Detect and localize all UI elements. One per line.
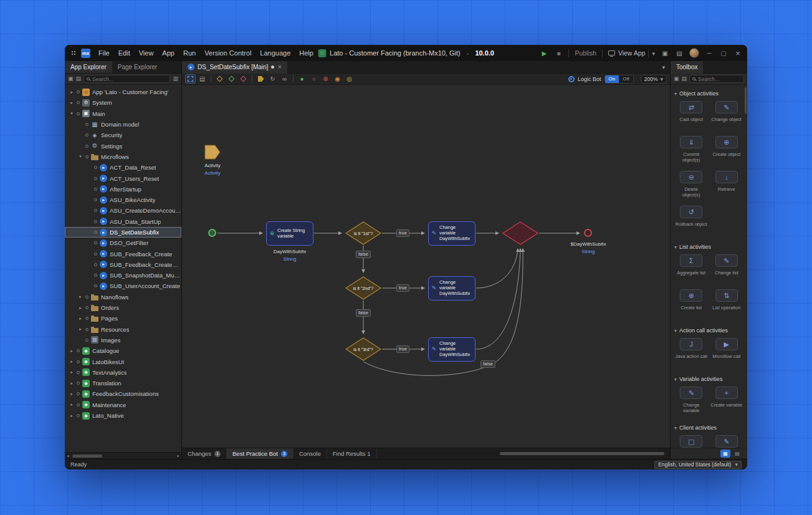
filter-icon[interactable] bbox=[173, 76, 178, 82]
loop-tool-icon[interactable]: ↻ bbox=[267, 74, 278, 84]
end-event-tool-icon[interactable]: ○ bbox=[308, 74, 319, 84]
toggle-on[interactable]: On bbox=[605, 75, 619, 83]
list-view-button[interactable] bbox=[732, 450, 742, 458]
zoom-select[interactable]: 200% bbox=[641, 75, 667, 84]
menu-item[interactable]: Run bbox=[179, 45, 200, 61]
chevron-icon[interactable] bbox=[78, 327, 83, 332]
scroll-left-icon[interactable] bbox=[65, 453, 71, 460]
microflow-canvas[interactable]: Activity Activity Create String variable… bbox=[182, 85, 670, 448]
merge-tool-icon[interactable] bbox=[226, 74, 237, 84]
tree-item[interactable]: Orders bbox=[65, 302, 181, 313]
tree-item[interactable]: Maintenance bbox=[65, 400, 181, 410]
aggregate-list-icon[interactable]: Σ Aggregate list bbox=[674, 254, 709, 287]
tree-item[interactable]: ASU_Data_StartUp bbox=[65, 216, 181, 227]
menu-item[interactable]: Language bbox=[256, 45, 295, 61]
start-event[interactable] bbox=[208, 229, 216, 237]
menu-item[interactable]: Edit bbox=[114, 45, 135, 61]
section-list-activities[interactable]: List activities bbox=[674, 242, 743, 251]
edge-label-true[interactable]: true bbox=[396, 229, 409, 237]
close-tab-icon[interactable] bbox=[277, 64, 281, 70]
client-activity-icon-2[interactable]: ✎ bbox=[710, 435, 744, 448]
decision-1[interactable]: is it "1st"? bbox=[345, 221, 381, 245]
tree-item[interactable]: SUB_Feedback_CreateSingle bbox=[65, 259, 181, 270]
section-variable-activities[interactable]: Variable activities bbox=[674, 374, 743, 383]
tree-item[interactable]: Nanoflows bbox=[65, 292, 181, 302]
dock-icon[interactable] bbox=[674, 76, 679, 82]
scroll-thumb[interactable] bbox=[72, 455, 102, 458]
decision-2[interactable]: is it "2nd"? bbox=[345, 276, 381, 300]
list-operation-icon[interactable]: ⇅ List operation bbox=[710, 289, 744, 322]
chevron-icon[interactable] bbox=[69, 370, 74, 375]
link-tool-icon[interactable]: ∞ bbox=[279, 74, 290, 84]
dock-tab[interactable]: Best Practice Bot 3 bbox=[227, 448, 294, 460]
apps-grid-icon[interactable] bbox=[71, 51, 77, 56]
scroll-right-icon[interactable] bbox=[175, 453, 181, 460]
toolbox-title[interactable]: Toolbox bbox=[671, 61, 703, 74]
explorer-tab[interactable]: App Explorer bbox=[65, 61, 112, 73]
grid-view-button[interactable] bbox=[720, 450, 730, 458]
tree-item[interactable]: Settings bbox=[65, 140, 181, 151]
create-variable-activity[interactable]: Create String variable bbox=[266, 221, 313, 246]
run-button[interactable] bbox=[540, 50, 548, 57]
end-event[interactable] bbox=[584, 229, 592, 237]
cast-object-icon[interactable]: ⇄ Cast object bbox=[674, 101, 709, 133]
tab-list-dropdown-icon[interactable] bbox=[662, 64, 670, 70]
menu-item[interactable]: App bbox=[158, 45, 179, 61]
chevron-icon[interactable] bbox=[69, 100, 74, 105]
commit-object-icon[interactable]: ⇓ Commit object(s) bbox=[674, 136, 709, 168]
chevron-icon[interactable] bbox=[78, 316, 83, 321]
annotation-tool-icon[interactable]: ▤ bbox=[197, 74, 208, 84]
scroll-thumb[interactable] bbox=[500, 452, 664, 455]
chevron-icon[interactable] bbox=[69, 90, 74, 95]
change-list-icon[interactable]: ✎ Change list bbox=[710, 254, 744, 287]
delete-object-icon[interactable]: ⊖ Delete object(s) bbox=[674, 171, 709, 203]
annotation-shape[interactable] bbox=[204, 145, 221, 160]
edge-label-true[interactable]: true bbox=[396, 284, 409, 292]
chevron-icon[interactable] bbox=[69, 392, 74, 397]
minimize-button[interactable] bbox=[705, 50, 714, 57]
error-end-tool-icon[interactable]: ⊗ bbox=[320, 74, 331, 84]
section-client-activities[interactable]: Client activities bbox=[674, 423, 743, 432]
decision-3[interactable]: is it "3rd"? bbox=[345, 337, 381, 361]
change-variable-icon[interactable]: ✎ Change variable bbox=[674, 387, 709, 419]
microflow-call-icon[interactable]: ▶ Microflow call bbox=[710, 338, 744, 370]
scroll-thumb[interactable] bbox=[745, 87, 747, 113]
chevron-icon[interactable] bbox=[69, 402, 74, 407]
tree-item[interactable]: FeedbackCustomisations bbox=[65, 388, 181, 399]
tree-item[interactable]: ACT_Users_Reset bbox=[65, 173, 181, 183]
change-variable-activity-3[interactable]: Change variable DayWithSubfix bbox=[428, 337, 475, 362]
divider[interactable] bbox=[293, 75, 294, 82]
windows-icon[interactable] bbox=[661, 50, 669, 57]
chevron-icon[interactable] bbox=[69, 359, 74, 364]
tree-item[interactable]: System bbox=[65, 97, 181, 108]
menu-item[interactable]: View bbox=[135, 45, 158, 61]
change-variable-activity-2[interactable]: Change variable DayWithSubfix bbox=[428, 276, 475, 301]
explorer-tab[interactable]: Page Explorer bbox=[112, 61, 163, 73]
tree-item[interactable]: LatoBikesUI bbox=[65, 356, 181, 367]
logic-bot-toggle[interactable]: On Off bbox=[604, 75, 634, 84]
tree-item[interactable]: Microflows bbox=[65, 152, 181, 162]
view-app-button[interactable]: View App bbox=[608, 49, 655, 57]
flow-edge[interactable] bbox=[476, 249, 518, 288]
dock-tab[interactable]: Find Results 1 bbox=[327, 448, 377, 460]
chevron-icon[interactable] bbox=[78, 154, 83, 159]
annotation-flag-tool-icon[interactable] bbox=[256, 74, 266, 84]
tree-item[interactable]: Domain model bbox=[65, 119, 181, 130]
stop-button[interactable] bbox=[554, 50, 563, 57]
tree-item[interactable]: DS_SetDateSubfix bbox=[65, 227, 181, 238]
layout-icon[interactable] bbox=[682, 76, 687, 82]
create-object-icon[interactable]: ⊕ Create object bbox=[710, 136, 744, 168]
client-activity-icon[interactable]: ▢ bbox=[674, 435, 709, 448]
maximize-button[interactable] bbox=[719, 50, 728, 57]
feedback-icon[interactable] bbox=[675, 50, 684, 57]
language-select[interactable]: English, United States (default) bbox=[654, 461, 742, 469]
search-input[interactable] bbox=[92, 76, 167, 82]
select-tool-icon[interactable] bbox=[185, 74, 196, 84]
edge-label-false[interactable]: false bbox=[356, 309, 371, 317]
create-list-icon[interactable]: ⊕ Create list bbox=[674, 289, 709, 322]
close-button[interactable] bbox=[733, 49, 742, 58]
tree-item[interactable]: Main bbox=[65, 108, 181, 119]
publish-button[interactable]: Publish bbox=[575, 49, 596, 57]
section-action-call-activities[interactable]: Action call activities bbox=[674, 325, 743, 335]
menu-item[interactable]: File bbox=[94, 45, 114, 61]
